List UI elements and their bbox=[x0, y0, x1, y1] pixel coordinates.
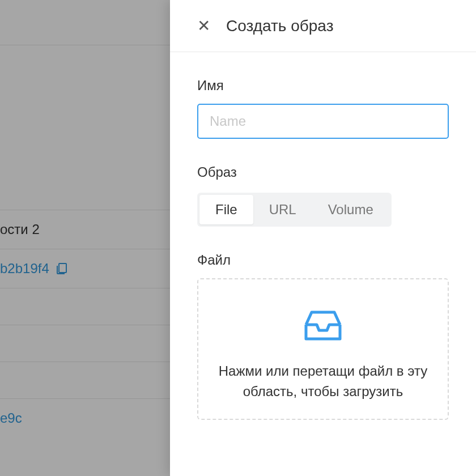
image-source-tabs: File URL Volume bbox=[197, 193, 392, 227]
modal-header: ✕ Создать образ bbox=[170, 0, 476, 52]
close-icon[interactable]: ✕ bbox=[197, 18, 210, 34]
dropzone-text: Нажми или перетащи файл в эту область, ч… bbox=[215, 361, 431, 402]
image-section: Образ File URL Volume bbox=[197, 164, 449, 227]
tab-volume[interactable]: Volume bbox=[312, 195, 389, 224]
tab-url[interactable]: URL bbox=[253, 195, 312, 224]
inbox-icon bbox=[303, 308, 343, 344]
create-image-modal: ✕ Создать образ Имя Образ File URL Volum… bbox=[170, 0, 476, 476]
image-label: Образ bbox=[197, 164, 449, 180]
file-label: Файл bbox=[197, 252, 449, 268]
modal-title: Создать образ bbox=[226, 17, 333, 35]
tab-file[interactable]: File bbox=[199, 195, 253, 224]
name-label: Имя bbox=[197, 78, 449, 94]
file-dropzone[interactable]: Нажми или перетащи файл в эту область, ч… bbox=[197, 278, 449, 420]
file-section: Файл Нажми или перетащи файл в эту облас… bbox=[197, 252, 449, 420]
modal-body: Имя Образ File URL Volume Файл Наж bbox=[170, 52, 476, 420]
name-input[interactable] bbox=[197, 104, 449, 139]
